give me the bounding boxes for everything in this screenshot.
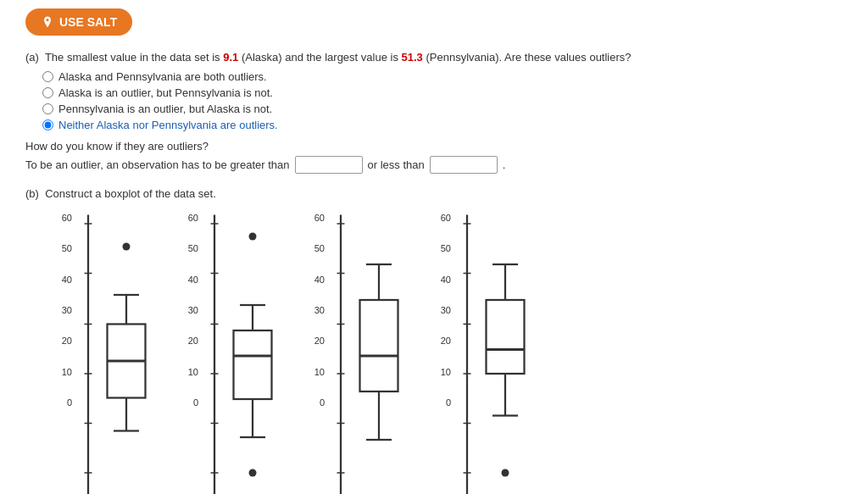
svg-point-28 xyxy=(249,469,257,477)
part-a-question: (a) The smallest value in the data set i… xyxy=(25,51,843,64)
val2-loc: (Pennsylvania). Are these values outlier… xyxy=(426,51,631,64)
boxplot-1: i xyxy=(75,208,177,494)
boxplot-1-svg xyxy=(75,208,177,494)
and-text: and the largest value is xyxy=(285,51,398,64)
outlier-or: or less than xyxy=(368,158,425,171)
part-b-letter: (b) xyxy=(25,187,39,200)
y-label-0: 0 xyxy=(51,397,72,408)
option-4-radio[interactable] xyxy=(42,119,53,130)
part-b-question: Construct a boxplot of the data set. xyxy=(45,187,216,200)
part-a: (a) The smallest value in the data set i… xyxy=(25,51,843,174)
option-3[interactable]: Pennsylvania is an outlier, but Alaska i… xyxy=(42,103,843,115)
y-label-60: 60 xyxy=(51,213,72,223)
option-1-text: Alaska and Pennsylvania are both outlier… xyxy=(58,70,267,83)
salt-icon xyxy=(41,15,54,29)
part-a-question-text: The smallest value in the data set is xyxy=(45,51,220,64)
option-2-radio[interactable] xyxy=(42,87,53,98)
y-label-10: 10 xyxy=(51,367,72,377)
part-a-label: (a) xyxy=(25,51,39,64)
boxplot-2-svg xyxy=(202,208,303,494)
option-3-text: Pennsylvania is an outlier, but Alaska i… xyxy=(58,103,272,115)
y-label-20: 20 xyxy=(51,336,72,346)
outlier-threshold-line: To be an outlier, an observation has to … xyxy=(25,156,843,174)
boxplot-3: i xyxy=(328,208,430,494)
svg-rect-38 xyxy=(360,300,398,391)
svg-rect-24 xyxy=(234,330,272,399)
outlier-suffix: . xyxy=(503,158,506,171)
boxplot-2: i xyxy=(202,208,303,494)
use-salt-button[interactable]: USE SALT xyxy=(25,8,132,36)
svg-point-7 xyxy=(123,243,131,251)
part-b-label: (b) Construct a boxplot of the data set. xyxy=(25,187,843,200)
y-label-50: 50 xyxy=(51,243,72,253)
svg-point-21 xyxy=(249,233,257,241)
val1-loc: (Alaska) xyxy=(242,51,282,64)
outlier-greater-input[interactable] xyxy=(295,156,363,174)
outlier-prefix: To be an outlier, an observation has to … xyxy=(25,158,290,171)
option-4[interactable]: Neither Alaska nor Pennsylvania are outl… xyxy=(42,119,843,131)
boxplot-3-svg xyxy=(328,208,430,494)
option-1[interactable]: Alaska and Pennsylvania are both outlier… xyxy=(42,70,843,83)
y-label-40: 40 xyxy=(51,275,72,285)
boxplot-4: i xyxy=(454,208,556,494)
outlier-options: Alaska and Pennsylvania are both outlier… xyxy=(42,70,843,131)
boxplot-4-svg xyxy=(454,208,556,494)
y-label-30: 30 xyxy=(51,305,72,315)
val2: 51.3 xyxy=(402,51,423,64)
part-b: (b) Construct a boxplot of the data set.… xyxy=(25,187,843,494)
val1: 9.1 xyxy=(223,51,238,64)
option-2[interactable]: Alaska is an outlier, but Pennsylvania i… xyxy=(42,86,843,99)
svg-point-55 xyxy=(502,469,509,477)
option-1-radio[interactable] xyxy=(42,71,53,82)
outlier-less-input[interactable] xyxy=(430,156,498,174)
use-salt-label: USE SALT xyxy=(59,15,117,29)
option-2-text: Alaska is an outlier, but Pennsylvania i… xyxy=(58,86,273,99)
option-3-radio[interactable] xyxy=(42,103,53,114)
how-know-text: How do you know if they are outliers? xyxy=(25,140,843,153)
option-4-text: Neither Alaska nor Pennsylvania are outl… xyxy=(58,119,278,131)
svg-rect-51 xyxy=(487,300,525,374)
